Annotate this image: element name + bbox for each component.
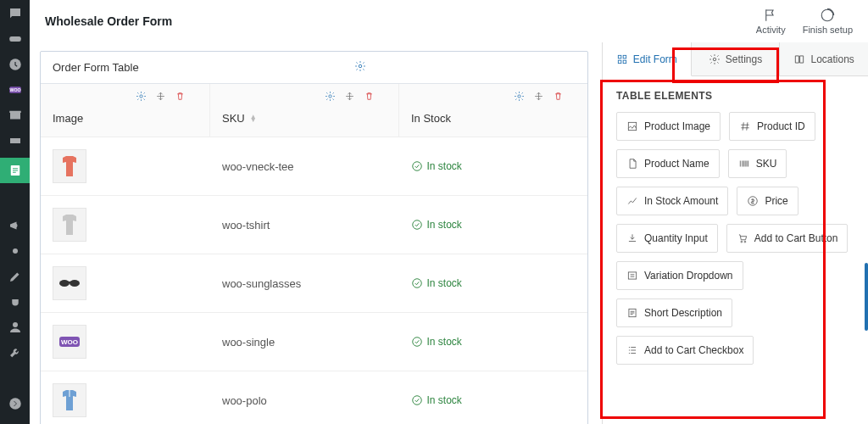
- sidebar-brush-icon[interactable]: [7, 268, 24, 285]
- chip-short-description[interactable]: Short Description: [616, 298, 732, 327]
- chip-variation-dropdown[interactable]: Variation Dropdown: [616, 261, 743, 290]
- col-stock-gear-icon[interactable]: [514, 91, 525, 102]
- product-thumb[interactable]: [53, 208, 86, 242]
- sidebar-gamepad-icon[interactable]: [7, 31, 24, 47]
- svg-rect-7: [9, 111, 21, 113]
- progress-icon: [820, 8, 835, 23]
- tab-edit-form[interactable]: Edit Form: [603, 42, 692, 76]
- table-row: woo-poloIn stock: [41, 371, 587, 424]
- activity-button[interactable]: Activity: [756, 8, 786, 35]
- svg-point-30: [713, 58, 716, 61]
- barcode-icon: [738, 158, 750, 170]
- col-sku-move-icon[interactable]: [344, 91, 355, 102]
- list-icon: [626, 270, 638, 282]
- svg-point-25: [412, 396, 421, 405]
- sidebar-order-form-icon[interactable]: [0, 158, 30, 183]
- product-thumb[interactable]: [53, 266, 86, 300]
- svg-point-13: [359, 64, 363, 68]
- cell-image: [41, 371, 210, 424]
- product-thumb[interactable]: WOO: [53, 325, 86, 359]
- sidebar-collapse-icon[interactable]: [7, 395, 24, 412]
- svg-rect-27: [623, 55, 626, 59]
- col-stock-delete-icon[interactable]: [553, 91, 564, 102]
- cell-image: [41, 254, 210, 312]
- svg-rect-0: [9, 36, 21, 42]
- chip-product-name[interactable]: Product Name: [616, 149, 720, 178]
- sidebar-dashboard-icon[interactable]: [7, 56, 24, 73]
- checklist-icon: [626, 344, 638, 356]
- sidebar-archive-icon[interactable]: [7, 107, 24, 124]
- chip-sku[interactable]: SKU: [728, 149, 787, 178]
- sidebar-tools-icon[interactable]: [7, 344, 24, 361]
- form-settings-icon[interactable]: [354, 60, 366, 75]
- cell-image: [41, 196, 210, 254]
- chip-quantity-input[interactable]: Quantity Input: [616, 224, 718, 253]
- chip-product-id[interactable]: Product ID: [729, 112, 815, 141]
- cell-sku: woo-single: [210, 313, 399, 371]
- svg-point-18: [412, 220, 421, 230]
- col-sku-delete-icon[interactable]: [364, 91, 375, 102]
- book-icon: [793, 53, 805, 65]
- svg-point-34: [744, 241, 746, 243]
- scrollbar[interactable]: [865, 263, 868, 331]
- sidebar-users-icon[interactable]: [7, 319, 24, 336]
- sidebar-settings-icon[interactable]: [7, 370, 24, 387]
- svg-rect-35: [628, 272, 636, 279]
- cell-stock: In stock: [399, 371, 588, 424]
- check-circle-icon: [411, 219, 423, 231]
- svg-point-11: [9, 398, 21, 410]
- svg-text:WOO: WOO: [9, 87, 20, 92]
- header: Wholesale Order Form Activity Finish set…: [30, 0, 868, 42]
- sidebar-ticket-icon[interactable]: [7, 132, 24, 149]
- cell-stock: In stock: [399, 137, 588, 195]
- col-stock-move-icon[interactable]: [533, 91, 544, 102]
- svg-point-14: [140, 95, 142, 98]
- svg-point-12: [822, 9, 834, 21]
- product-thumb[interactable]: [53, 149, 86, 183]
- tab-settings[interactable]: Settings: [692, 42, 781, 76]
- chip-add-to-cart-checkbox[interactable]: Add to Cart Checkbox: [616, 336, 754, 365]
- cell-sku: woo-tshirt: [210, 196, 399, 254]
- svg-point-17: [412, 162, 421, 171]
- sidebar-media-icon[interactable]: [7, 243, 24, 259]
- chip-add-to-cart-button[interactable]: Add to Cart Button: [726, 224, 849, 253]
- svg-point-1: [12, 38, 14, 40]
- flag-icon: [763, 8, 778, 23]
- cell-stock: In stock: [399, 313, 588, 371]
- table-header: Image SKU▲▼: [41, 84, 587, 137]
- col-sku-label[interactable]: SKU: [222, 112, 245, 125]
- col-image-move-icon[interactable]: [155, 91, 166, 102]
- chip-price[interactable]: Price: [737, 187, 798, 215]
- svg-point-2: [17, 38, 19, 40]
- sort-icon[interactable]: ▲▼: [250, 115, 257, 122]
- sidebar-comment-icon[interactable]: [7, 5, 24, 22]
- check-circle-icon: [411, 160, 423, 172]
- cell-image: [41, 137, 210, 195]
- cell-stock: In stock: [399, 254, 588, 312]
- cell-stock: In stock: [399, 196, 588, 254]
- chip-in-stock-amount[interactable]: In Stock Amount: [616, 187, 728, 215]
- form-panel-header: Order Form Table: [41, 52, 587, 83]
- col-image-delete-icon[interactable]: [175, 91, 186, 102]
- col-stock-label: In Stock: [411, 112, 576, 125]
- svg-rect-26: [618, 55, 621, 59]
- sidebar-woo-icon[interactable]: WOO: [7, 81, 24, 98]
- chip-product-image[interactable]: Product Image: [616, 112, 721, 141]
- svg-rect-29: [623, 60, 626, 64]
- cell-sku: woo-vneck-tee: [210, 137, 399, 195]
- col-image-gear-icon[interactable]: [136, 91, 147, 102]
- col-image-label: Image: [53, 112, 198, 125]
- sidebar-megaphone-icon[interactable]: [7, 217, 24, 234]
- product-thumb[interactable]: [53, 383, 86, 417]
- tab-locations[interactable]: Locations: [780, 42, 868, 76]
- col-sku-gear-icon[interactable]: [325, 91, 336, 102]
- svg-point-33: [741, 241, 743, 243]
- doc-icon: [626, 307, 638, 319]
- sidebar-plugins-icon[interactable]: [7, 293, 24, 310]
- image-icon: [626, 120, 638, 132]
- finish-setup-button[interactable]: Finish setup: [803, 8, 853, 35]
- grid-icon: [616, 53, 628, 65]
- sidebar-analytics-icon[interactable]: [7, 192, 24, 209]
- finish-setup-label: Finish setup: [803, 25, 853, 35]
- svg-text:WOO: WOO: [61, 338, 78, 346]
